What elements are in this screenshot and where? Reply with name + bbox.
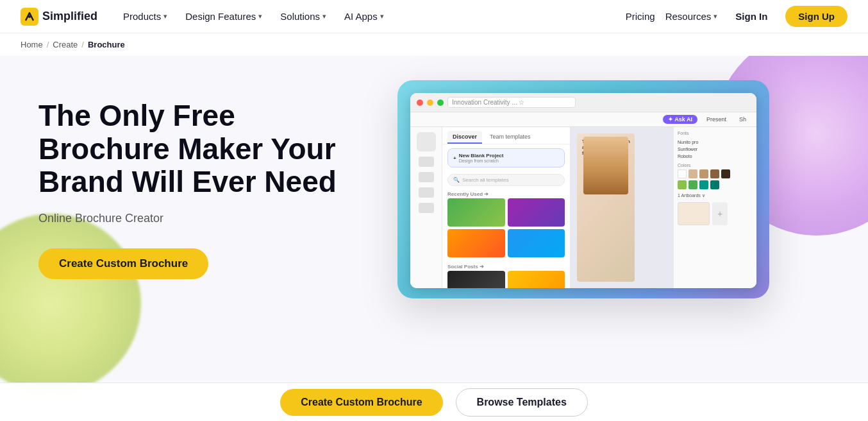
swatch-white [678, 169, 687, 178]
tab-team-templates[interactable]: Team templates [485, 131, 536, 144]
app-titlebar: Innovation Creativity ... ☆ [410, 93, 756, 112]
sidebar-icon-draw[interactable] [419, 203, 434, 213]
bottom-cta-secondary-button[interactable]: Browse Templates [456, 388, 588, 417]
template-thumb-1[interactable] [447, 198, 505, 227]
sidebar-icon-text[interactable] [419, 157, 434, 167]
window-dot-red [417, 99, 423, 106]
sidebar-icon-visuals[interactable] [419, 187, 434, 198]
template-thumb-6[interactable] [508, 271, 565, 288]
app-url-bar: Innovation Creativity ... ☆ [447, 97, 576, 108]
chevron-down-icon: ▾ [163, 12, 167, 21]
template-grid-social [442, 271, 570, 288]
swatch-brown [710, 169, 719, 178]
nav-item-products[interactable]: Products ▾ [115, 7, 175, 26]
app-outer-frame: Innovation Creativity ... ☆ ✦ Ask AI Pre… [397, 80, 769, 298]
search-placeholder: Search all templates [462, 177, 508, 183]
hero-right-mockup: Innovation Creativity ... ☆ ✦ Ask AI Pre… [397, 80, 830, 298]
hero-left-content: The Only Free Brochure Maker Your Brand … [38, 87, 372, 279]
breadcrumb-create[interactable]: Create [53, 40, 78, 49]
template-search[interactable]: 🔍 Search all templates [447, 174, 565, 186]
signin-button[interactable]: Sign In [728, 7, 775, 26]
breadcrumb-current: Brochure [88, 40, 125, 49]
template-thumb-4[interactable] [508, 229, 565, 257]
nav-item-solutions[interactable]: Solutions ▾ [272, 7, 334, 26]
breadcrumb-sep-1: / [47, 40, 49, 49]
nav-right: Pricing Resources ▾ Sign In Sign Up [626, 6, 847, 27]
colors-label: Colors [678, 163, 753, 168]
template-tabs: Discover Team templates [442, 127, 570, 144]
properties-panel: Fonts Nunito pro Sunflower Roboto Colors [673, 127, 756, 288]
nav-links: Products ▾ Design Features ▾ Solutions ▾… [115, 7, 626, 26]
breadcrumb: Home / Create / Brochure [0, 33, 868, 56]
new-project-bar[interactable]: + New Blank Project Design from scratch [447, 148, 565, 168]
navbar: Simplified Products ▾ Design Features ▾ … [0, 0, 868, 33]
app-body: Discover Team templates + New Blank Proj… [410, 127, 756, 288]
template-thumb-2[interactable] [508, 198, 565, 227]
signup-button[interactable]: Sign Up [785, 6, 847, 27]
chevron-down-icon: ▾ [714, 12, 717, 21]
artboards-label: 1 Artboards ∨ [678, 193, 753, 198]
present-button[interactable]: Present [703, 115, 730, 124]
hero-cta-button[interactable]: Create Custom Brochure [38, 248, 208, 279]
sidebar-icon-templates[interactable] [417, 132, 436, 151]
window-dot-yellow [427, 99, 433, 106]
colors-section: Colors [678, 163, 753, 189]
fonts-label: Fonts [678, 131, 753, 135]
swatch-beige [689, 169, 697, 178]
breadcrumb-home[interactable]: Home [21, 40, 43, 49]
bottom-bar: Create Custom Brochure Browse Templates [0, 382, 868, 421]
artboard-row: + [678, 202, 753, 225]
template-thumb-5[interactable] [447, 271, 505, 288]
new-project-sub: Design from scratch [459, 159, 504, 163]
new-project-label: New Blank Project [459, 153, 504, 159]
logo-icon [21, 8, 38, 26]
canvas-area[interactable]: There is no innovationand creativity wit… [571, 127, 673, 288]
ask-ai-button[interactable]: ✦ Ask AI [663, 115, 697, 124]
bottom-cta-primary-button[interactable]: Create Custom Brochure [280, 389, 442, 416]
chevron-down-icon: ▾ [258, 12, 262, 21]
canvas-content: There is no innovationand creativity wit… [577, 133, 635, 282]
swatch-dark [721, 169, 730, 178]
colors-row-2 [678, 180, 753, 189]
chevron-down-icon: ▾ [322, 12, 326, 21]
svg-point-1 [28, 15, 31, 18]
app-toolbar: ✦ Ask AI Present Sh [410, 112, 756, 127]
nav-label-solutions: Solutions [280, 11, 320, 22]
tab-discover[interactable]: Discover [447, 131, 482, 144]
template-grid-recent [442, 198, 570, 261]
artboard-thumb [678, 202, 710, 225]
font-item-3: Roboto [678, 153, 753, 159]
swatch-tan [699, 169, 708, 178]
logo[interactable]: Simplified [21, 8, 97, 26]
swatch-green1 [678, 180, 687, 189]
section-recently-used: Recently Used ➔ [442, 189, 570, 198]
add-artboard-button[interactable]: + [712, 202, 728, 225]
section-social-posts: Social Posts ➔ [442, 261, 570, 271]
nav-item-design-features[interactable]: Design Features ▾ [178, 7, 270, 26]
colors-row-1 [678, 169, 753, 178]
font-item-1: Nunito pro [678, 139, 753, 145]
font-list: Nunito pro Sunflower Roboto [678, 139, 753, 159]
template-thumb-3[interactable] [447, 229, 505, 257]
nav-item-ai-apps[interactable]: AI Apps ▾ [337, 7, 392, 26]
canvas-figure [583, 137, 628, 194]
swatch-teal1 [699, 180, 708, 189]
sidebar-icon-media[interactable] [419, 172, 434, 182]
chevron-down-icon: ▾ [380, 12, 384, 21]
font-item-2: Sunflower [678, 146, 753, 152]
window-dot-green [437, 99, 444, 106]
breadcrumb-sep-2: / [81, 40, 84, 49]
nav-resources-label: Resources [665, 11, 712, 22]
hero-title: The Only Free Brochure Maker Your Brand … [38, 99, 372, 199]
swatch-teal2 [710, 180, 719, 189]
canvas-artboard: There is no innovationand creativity wit… [577, 133, 635, 282]
new-project-icon: + [453, 155, 456, 161]
swatch-green2 [689, 180, 697, 189]
nav-label-design-features: Design Features [185, 11, 256, 22]
app-sidebar-icons [410, 127, 442, 288]
search-icon: 🔍 [453, 177, 460, 183]
app-window: Innovation Creativity ... ☆ ✦ Ask AI Pre… [410, 93, 756, 288]
nav-resources[interactable]: Resources ▾ [665, 11, 718, 22]
template-panel: Discover Team templates + New Blank Proj… [442, 127, 571, 288]
nav-pricing[interactable]: Pricing [626, 11, 655, 22]
